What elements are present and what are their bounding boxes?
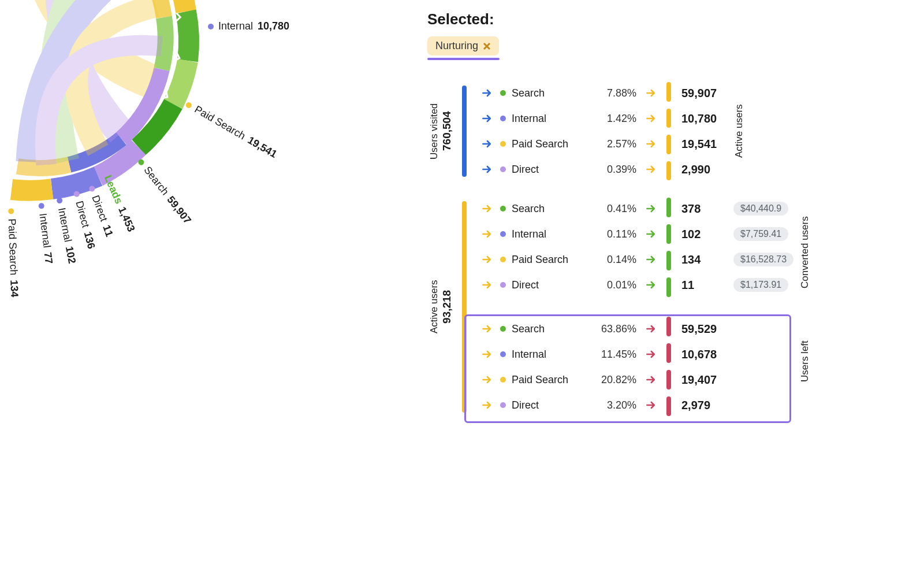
stage-from-label: Users visited 760,504 [427, 82, 454, 180]
funnel-count-row: 59,529 [681, 322, 793, 335]
conversion-rate: 20.82% [588, 374, 636, 386]
funnel-row: Internal 1.42% [480, 112, 657, 125]
chord-label-internal3: Internal 77 [35, 202, 55, 265]
svg-point-1 [0, 0, 191, 191]
stage-from-label: Active users 93,218 [427, 198, 454, 416]
arrow-right-icon [644, 87, 657, 99]
close-icon[interactable] [483, 42, 491, 50]
chord-label-internal: Internal 10,780 [208, 20, 289, 32]
chord-label-value: 19,541 [245, 134, 279, 161]
arrow-right-icon [644, 138, 657, 150]
channel-name: Direct [512, 279, 587, 291]
chord-label-name: Internal [55, 207, 74, 243]
channel-name: Search [512, 87, 587, 99]
funnel-count-row: 19,407 [681, 373, 793, 386]
chord-label-paid2: Paid Search 134 [5, 208, 20, 298]
revenue-badge: $16,528.73 [733, 253, 793, 266]
chord-label-search: Search 59,907 [135, 156, 193, 227]
conversion-rate: 11.45% [588, 348, 636, 361]
funnel-count-row: 134 $16,528.73 [681, 253, 793, 266]
funnel-count-row: 102 $7,759.41 [681, 228, 793, 240]
funnel-count-row: 2,979 [681, 399, 793, 411]
arrow-right-icon [480, 112, 493, 125]
channel-name: Search [512, 323, 587, 335]
funnel-row: Internal 0.11% [480, 228, 657, 240]
stage-visited-to-active: Users visited 760,504 Search 7.88% Inter… [427, 82, 855, 180]
conversion-rate: 0.11% [588, 228, 636, 240]
arrow-right-icon [644, 373, 657, 386]
funnel-count-row: 10,780 [681, 112, 728, 125]
chord-label-name: Search [141, 164, 172, 198]
arrow-right-icon [480, 87, 493, 99]
channel-dot-icon [500, 116, 506, 121]
panel-title: Selected: [427, 10, 855, 28]
filter-chip-nurturing[interactable]: Nurturing [427, 36, 499, 55]
funnel-count-row: 59,907 [681, 87, 728, 99]
stage-to-bar [666, 198, 671, 416]
chord-label-name: Direct [89, 194, 110, 223]
arrow-right-icon [480, 279, 493, 291]
stage-from-bar [462, 201, 467, 413]
user-count: 19,407 [681, 373, 728, 387]
user-count: 2,979 [681, 399, 728, 412]
channel-name: Direct [512, 399, 587, 411]
conversion-rate: 1.42% [588, 113, 636, 125]
channel-name: Internal [512, 113, 587, 125]
funnel-row: Internal 11.45% [480, 348, 657, 361]
channel-dot-icon [500, 166, 506, 172]
funnel-row: Paid Search 20.82% [480, 373, 657, 386]
conversion-rate: 63.86% [588, 323, 636, 335]
chord-label-value: 77 [42, 251, 55, 264]
channel-dot-icon [500, 402, 506, 408]
channel-name: Direct [512, 164, 587, 176]
dot-icon [185, 101, 193, 109]
arrow-right-icon [644, 163, 657, 176]
stage-to-label: Converted users [793, 198, 817, 307]
funnel-count-row: 2,990 [681, 163, 728, 176]
arrow-right-icon [644, 399, 657, 411]
arrow-right-icon [644, 202, 657, 215]
conversion-rate: 3.20% [588, 399, 636, 411]
funnel-row: Direct 3.20% [480, 399, 657, 411]
user-count: 10,678 [681, 348, 728, 361]
user-count: 134 [681, 253, 728, 266]
arrow-right-icon [644, 279, 657, 291]
channel-dot-icon [500, 231, 506, 237]
funnel-count-row: 11 $1,173.91 [681, 279, 793, 291]
channel-dot-icon [500, 257, 506, 262]
user-count: 59,907 [681, 87, 728, 100]
arrow-right-icon [480, 399, 493, 411]
funnel-row: Search 0.41% [480, 202, 657, 215]
arrow-right-icon [480, 348, 493, 361]
chord-label-value: 10,780 [258, 20, 289, 32]
user-count: 102 [681, 228, 728, 241]
user-count: 19,541 [681, 138, 728, 151]
arrow-right-icon [644, 253, 657, 266]
channel-dot-icon [500, 377, 506, 383]
arrow-right-icon [644, 228, 657, 240]
funnel-row: Paid Search 2.57% [480, 138, 657, 150]
dot-icon [39, 203, 45, 209]
channel-name: Paid Search [512, 374, 587, 386]
dot-icon [88, 185, 96, 192]
stage-to-label: Users left [793, 307, 817, 416]
chord-label-value: 11 [100, 224, 116, 239]
arrow-right-icon [644, 112, 657, 125]
conversion-rate: 7.88% [588, 87, 636, 99]
chord-label-value: 136 [81, 231, 98, 250]
revenue-badge: $7,759.41 [733, 227, 788, 241]
arrow-right-icon [480, 138, 493, 150]
channel-dot-icon [500, 206, 506, 212]
arrow-right-icon [480, 228, 493, 240]
channel-dot-icon [500, 326, 506, 332]
chord-label-name: Paid Search [192, 103, 247, 142]
arrow-right-icon [480, 253, 493, 266]
chip-underline [427, 58, 500, 60]
chord-label-value: 1,453 [116, 205, 137, 234]
user-count: 10,780 [681, 112, 728, 125]
dot-icon [73, 190, 80, 197]
chord-label-name: Leads [102, 173, 125, 206]
chord-label-value: 134 [8, 280, 20, 298]
chord-label-value: 102 [63, 245, 78, 265]
funnel-count-row: 378 $40,440.9 [681, 202, 793, 215]
